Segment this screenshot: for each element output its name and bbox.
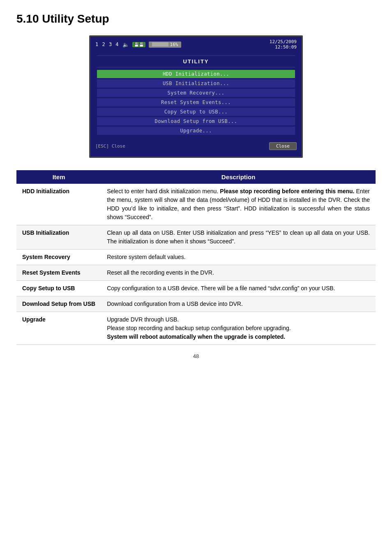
table-row: USB InitializationClean up all data on U… (16, 225, 376, 250)
col-item-header: Item (16, 170, 101, 184)
channel-numbers: 1 2 3 4 (95, 42, 119, 47)
dvr-menu-item-4[interactable]: Copy Setup to USB... (97, 108, 295, 116)
dvr-screen-wrapper: 1 2 3 4 🔈 💾💾 16% 12/25/2009 12:50:09 UTI… (16, 35, 376, 158)
close-button[interactable]: Close (269, 142, 297, 150)
dvr-menu: HDD Initialization...USB Initialization.… (97, 70, 295, 135)
desc-cell-3: Reset all the recording events in the DV… (101, 265, 376, 281)
dvr-menu-item-0[interactable]: HDD Initialization... (97, 70, 295, 78)
desc-cell-6: Upgrade DVR through USB.Please stop reco… (101, 312, 376, 345)
dvr-menu-item-3[interactable]: Reset System Events... (97, 98, 295, 106)
dvr-statusbar-left: 1 2 3 4 🔈 💾💾 16% (95, 42, 181, 48)
datetime-line1: 12/25/2009 (270, 39, 297, 44)
info-table: Item Description HDD InitializationSelec… (16, 170, 376, 345)
dvr-menu-item-6[interactable]: Upgrade... (97, 127, 295, 135)
hdd-icon: 💾💾 (132, 42, 145, 47)
datetime-line2: 12:50:09 (270, 44, 297, 50)
utility-title: UTILITY (97, 56, 295, 67)
col-desc-header: Description (101, 170, 376, 184)
table-header: Item Description (16, 170, 376, 184)
item-cell-2: System Recovery (16, 250, 101, 265)
table-row: HDD InitializationSelect to enter hard d… (16, 184, 376, 225)
page-title: 5.10 Utility Setup (16, 12, 376, 25)
item-cell-4: Copy Setup to USB (16, 281, 101, 296)
speaker-icon: 🔈 (122, 42, 129, 48)
desc-bold-text: System will reboot automatically when th… (107, 333, 285, 340)
progress-bar: 16% (149, 42, 182, 48)
page-number: 48 (16, 353, 376, 359)
dvr-footer: [ESC] Close Close (90, 138, 302, 150)
item-cell-5: Download Setup from USB (16, 296, 101, 312)
dvr-menu-item-1[interactable]: USB Initialization... (97, 79, 295, 88)
dvr-menu-item-2[interactable]: System Recovery... (97, 89, 295, 97)
desc-cell-1: Clean up all data on USB. Enter USB init… (101, 225, 376, 250)
progress-inner (152, 42, 168, 46)
table-row: Reset System EventsReset all the recordi… (16, 265, 376, 281)
dvr-datetime: 12/25/2009 12:50:09 (270, 39, 297, 50)
table-row: UpgradeUpgrade DVR through USB.Please st… (16, 312, 376, 345)
desc-cell-0: Select to enter hard disk initialization… (101, 184, 376, 225)
item-cell-1: USB Initialization (16, 225, 101, 250)
item-cell-6: Upgrade (16, 312, 101, 345)
esc-label: [ESC] Close (95, 143, 125, 149)
item-cell-0: HDD Initialization (16, 184, 101, 225)
table-row: Download Setup from USBDownload configur… (16, 296, 376, 312)
desc-cell-4: Copy configuration to a USB device. Ther… (101, 281, 376, 296)
table-row: Copy Setup to USBCopy configuration to a… (16, 281, 376, 296)
progress-percent: 16% (170, 42, 178, 47)
header-row: Item Description (16, 170, 376, 184)
desc-cell-2: Restore system default values. (101, 250, 376, 265)
desc-cell-5: Download configuration from a USB device… (101, 296, 376, 312)
dvr-screen: 1 2 3 4 🔈 💾💾 16% 12/25/2009 12:50:09 UTI… (89, 35, 303, 158)
dvr-menu-item-5[interactable]: Download Setup from USB... (97, 117, 295, 125)
table-body: HDD InitializationSelect to enter hard d… (16, 184, 376, 345)
dvr-statusbar: 1 2 3 4 🔈 💾💾 16% 12/25/2009 12:50:09 (90, 37, 302, 52)
item-cell-3: Reset System Events (16, 265, 101, 281)
desc-bold-text: Please stop recording before entering th… (220, 188, 354, 194)
table-row: System RecoveryRestore system default va… (16, 250, 376, 265)
